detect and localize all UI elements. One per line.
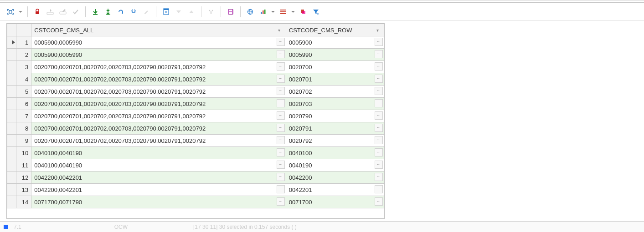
cell-ellipsis-button[interactable]: ···	[375, 50, 383, 58]
stack-icon[interactable]	[297, 6, 309, 18]
table-row[interactable]: 40020700,0020701,0020702,0020703,0020790…	[7, 73, 384, 86]
data-grid[interactable]: CSTCODE_CMS_ALL▾ CSTCODE_CMS_ROW▾ 100059…	[6, 23, 385, 219]
table-row[interactable]: 120042200,0042201···0042200···	[7, 171, 384, 184]
indicator-header[interactable]	[7, 24, 16, 36]
cell-ellipsis-button[interactable]: ···	[277, 185, 285, 193]
cell-value[interactable]: 0020700,0020701,0020702,0020703,0020790,…	[34, 125, 283, 132]
table-row[interactable]: 30020700,0020701,0020702,0020703,0020790…	[7, 61, 384, 73]
lock-icon[interactable]	[31, 6, 43, 18]
cell-ellipsis-button[interactable]: ···	[277, 148, 285, 156]
cell-value[interactable]: 0020700,0020701,0020702,0020703,0020790,…	[34, 137, 283, 144]
sort-asc-icon[interactable]	[185, 6, 197, 18]
cell-value[interactable]: 0071700,0071790	[34, 199, 283, 206]
refresh-icon[interactable]	[115, 6, 127, 18]
fetch-down-icon[interactable]	[89, 6, 101, 18]
cell-ellipsis-button[interactable]: ···	[375, 87, 383, 95]
chart-icon[interactable]	[257, 6, 269, 18]
table-row[interactable]: 10005900,0005990···0005900···	[7, 36, 384, 49]
new-row-icon[interactable]	[57, 6, 69, 18]
table-row[interactable]: 90020700,0020701,0020702,0020703,0020790…	[7, 135, 384, 147]
edit-inline-icon[interactable]	[44, 6, 56, 18]
cell-value[interactable]: 0020703	[289, 101, 381, 107]
fit-grid-icon[interactable]	[5, 6, 16, 18]
cell-ellipsis-button[interactable]: ···	[277, 197, 285, 206]
cell-value[interactable]: 0042201	[289, 187, 381, 193]
list-icon[interactable]	[277, 6, 289, 18]
table-row[interactable]: 110040100,0040190···0040190···	[7, 159, 384, 171]
cell-value[interactable]: 0020700	[289, 64, 381, 71]
save-icon[interactable]	[225, 6, 237, 18]
column-header-row[interactable]: CSTCODE_CMS_ROW▾	[286, 24, 384, 36]
cell-value[interactable]: 0071700	[289, 199, 381, 206]
cell-ellipsis-button[interactable]: ···	[375, 185, 383, 193]
cell-value[interactable]: 0042200,0042201	[34, 187, 283, 193]
cell-value[interactable]: 0020700,0020701,0020702,0020703,0020790,…	[34, 101, 283, 107]
cell-value[interactable]: 0005990	[289, 51, 381, 58]
cell-ellipsis-button[interactable]: ···	[277, 99, 285, 107]
cell-value[interactable]: 0042200	[289, 174, 381, 181]
dropdown-icon[interactable]	[290, 6, 296, 18]
cell-value[interactable]: 0020700,0020701,0020702,0020703,0020790,…	[34, 76, 283, 83]
link-icon[interactable]	[205, 6, 217, 18]
cell-value[interactable]: 0040100	[289, 150, 381, 156]
cell-ellipsis-button[interactable]: ···	[375, 148, 383, 156]
cell-value[interactable]: 0020792	[289, 137, 381, 144]
cell-ellipsis-button[interactable]: ···	[277, 173, 285, 181]
cell-ellipsis-button[interactable]: ···	[375, 38, 383, 46]
cell-ellipsis-button[interactable]: ···	[277, 62, 285, 71]
table-row[interactable]: 80020700,0020701,0020702,0020703,0020790…	[7, 122, 384, 135]
cell-value[interactable]: 0020790	[289, 113, 381, 120]
column-header-all[interactable]: CSTCODE_CMS_ALL▾	[31, 24, 286, 36]
cell-value[interactable]: 0040190	[289, 162, 381, 169]
globe-icon[interactable]	[244, 6, 256, 18]
cell-ellipsis-button[interactable]: ···	[277, 111, 285, 120]
filter-icon[interactable]: n	[310, 6, 322, 18]
clear-icon[interactable]	[140, 6, 152, 18]
dropdown-icon[interactable]	[270, 6, 276, 18]
cell-value[interactable]: 0042200,0042201	[34, 174, 283, 181]
cell-value[interactable]: 0020701	[289, 76, 381, 83]
cell-ellipsis-button[interactable]: ···	[277, 161, 285, 169]
cell-value[interactable]: 0040100,0040190	[34, 162, 283, 169]
cell-ellipsis-button[interactable]: ···	[375, 62, 383, 71]
cell-value[interactable]: 0020700,0020701,0020702,0020703,0020790,…	[34, 88, 283, 95]
cell-ellipsis-button[interactable]: ···	[375, 124, 383, 132]
cell-ellipsis-button[interactable]: ···	[375, 173, 383, 181]
sort-desc-icon[interactable]	[173, 6, 185, 18]
export-xls-icon[interactable]	[160, 6, 172, 18]
cell-ellipsis-button[interactable]: ···	[375, 161, 383, 169]
cell-value[interactable]: 0020791	[289, 125, 381, 132]
cell-ellipsis-button[interactable]: ···	[375, 197, 383, 206]
column-dropdown-icon[interactable]: ▾	[276, 28, 283, 33]
rownum-header[interactable]	[16, 24, 31, 36]
cell-ellipsis-button[interactable]: ···	[277, 87, 285, 95]
dropdown-icon[interactable]	[17, 6, 24, 18]
cell-value[interactable]: 0020700,0020701,0020702,0020703,0020790,…	[34, 64, 283, 71]
table-row[interactable]: 130042200,0042201···0042201···	[7, 184, 384, 196]
table-row[interactable]: 100040100,0040190···0040100···	[7, 147, 384, 159]
table-row[interactable]: 60020700,0020701,0020702,0020703,0020790…	[7, 98, 384, 110]
fetch-all-icon[interactable]	[102, 6, 114, 18]
cell-ellipsis-button[interactable]: ···	[375, 75, 383, 83]
cell-value[interactable]: 0005900,0005990	[34, 51, 283, 58]
commit-icon[interactable]	[70, 6, 82, 18]
cell-ellipsis-button[interactable]: ···	[277, 136, 285, 144]
column-dropdown-icon[interactable]: ▾	[374, 28, 381, 33]
cell-ellipsis-button[interactable]: ···	[375, 99, 383, 107]
cell-value[interactable]: 0020702	[289, 88, 381, 95]
cell-value[interactable]: 0040100,0040190	[34, 150, 283, 156]
cell-value[interactable]: 0020700,0020701,0020702,0020703,0020790,…	[34, 113, 283, 120]
cell-ellipsis-button[interactable]: ···	[277, 50, 285, 58]
table-row[interactable]: 50020700,0020701,0020702,0020703,0020790…	[7, 86, 384, 98]
cell-ellipsis-button[interactable]: ···	[277, 38, 285, 46]
find-icon[interactable]	[128, 6, 139, 18]
cell-ellipsis-button[interactable]: ···	[375, 136, 383, 144]
cell-ellipsis-button[interactable]: ···	[277, 75, 285, 83]
cell-ellipsis-button[interactable]: ···	[277, 124, 285, 132]
cell-value[interactable]: 0005900	[289, 39, 381, 46]
cell-ellipsis-button[interactable]: ···	[375, 111, 383, 120]
table-row[interactable]: 140071700,0071790···0071700···	[7, 196, 384, 208]
cell-value[interactable]: 0005900,0005990	[34, 39, 283, 46]
table-row[interactable]: 70020700,0020701,0020702,0020703,0020790…	[7, 110, 384, 122]
table-row[interactable]: 20005900,0005990···0005990···	[7, 49, 384, 61]
